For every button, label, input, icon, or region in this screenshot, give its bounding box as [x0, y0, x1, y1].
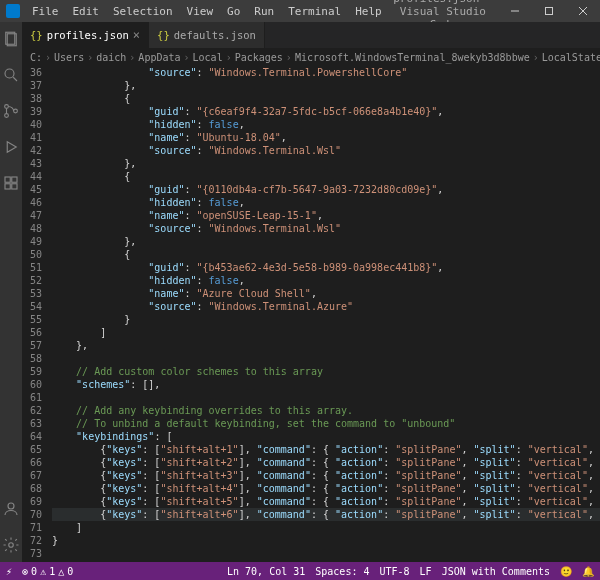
json-file-icon: {} [30, 29, 43, 41]
svg-point-16 [8, 503, 14, 509]
status-bar: ⚡ ⊗ 0 ⚠ 1 △ 0 Ln 70, Col 31 Spaces: 4 UT… [0, 562, 600, 580]
feedback-icon[interactable]: 🙂 [560, 566, 572, 577]
chevron-right-icon: › [533, 52, 539, 63]
svg-rect-15 [12, 184, 17, 189]
search-icon[interactable] [0, 64, 22, 86]
chevron-right-icon: › [129, 52, 135, 63]
chevron-right-icon: › [45, 52, 51, 63]
svg-rect-1 [546, 8, 553, 15]
svg-point-9 [5, 114, 9, 118]
source-control-icon[interactable] [0, 100, 22, 122]
svg-rect-12 [5, 177, 10, 182]
json-file-icon: {} [157, 29, 170, 41]
svg-rect-13 [12, 177, 17, 182]
tab-label: profiles.json [47, 29, 129, 41]
minimize-button[interactable] [498, 0, 532, 22]
language-mode[interactable]: JSON with Comments [442, 566, 550, 577]
code-editor[interactable]: 3637383940414243444546474849505152535455… [22, 66, 600, 562]
editor-tabs: {} profiles.json × {} defaults.json ▫▫ ⋯ [22, 22, 600, 48]
svg-point-17 [9, 543, 14, 548]
svg-point-6 [5, 69, 14, 78]
close-tab-icon[interactable]: × [133, 28, 140, 42]
editor-area: {} profiles.json × {} defaults.json ▫▫ ⋯… [22, 22, 600, 562]
tab-label: defaults.json [174, 29, 256, 41]
title-bar: File Edit Selection View Go Run Terminal… [0, 0, 600, 22]
problems-indicator[interactable]: ⊗ 0 ⚠ 1 △ 0 [22, 566, 73, 577]
maximize-button[interactable] [532, 0, 566, 22]
line-numbers: 3637383940414243444546474849505152535455… [22, 66, 52, 562]
activity-bar [0, 22, 22, 562]
menu-help[interactable]: Help [349, 3, 388, 20]
breadcrumb-segment[interactable]: C: [30, 52, 42, 63]
indentation[interactable]: Spaces: 4 [315, 566, 369, 577]
menu-edit[interactable]: Edit [67, 3, 106, 20]
window-controls [498, 0, 600, 22]
run-debug-icon[interactable] [0, 136, 22, 158]
remote-indicator[interactable]: ⚡ [6, 566, 12, 577]
eol[interactable]: LF [420, 566, 432, 577]
chevron-right-icon: › [184, 52, 190, 63]
breadcrumb-segment[interactable]: Packages [235, 52, 283, 63]
menu-run[interactable]: Run [248, 3, 280, 20]
menu-selection[interactable]: Selection [107, 3, 179, 20]
chevron-right-icon: › [286, 52, 292, 63]
explorer-icon[interactable] [0, 28, 22, 50]
svg-point-8 [5, 105, 9, 109]
encoding[interactable]: UTF-8 [379, 566, 409, 577]
breadcrumb-segment[interactable]: daich [96, 52, 126, 63]
menu-terminal[interactable]: Terminal [282, 3, 347, 20]
notifications-icon[interactable]: 🔔 [582, 566, 594, 577]
menu-go[interactable]: Go [221, 3, 246, 20]
accounts-icon[interactable] [0, 498, 22, 520]
main-area: {} profiles.json × {} defaults.json ▫▫ ⋯… [0, 22, 600, 562]
code-content[interactable]: "source": "Windows.Terminal.PowershellCo… [52, 66, 600, 562]
svg-marker-11 [7, 142, 16, 153]
extensions-icon[interactable] [0, 172, 22, 194]
menu-view[interactable]: View [181, 3, 220, 20]
breadcrumb[interactable]: C: › Users › daich › AppData › Local › P… [22, 48, 600, 66]
breadcrumb-segment[interactable]: Local [193, 52, 223, 63]
breadcrumb-segment[interactable]: Users [54, 52, 84, 63]
chevron-right-icon: › [226, 52, 232, 63]
svg-line-7 [13, 77, 17, 81]
vscode-logo-icon [6, 4, 20, 18]
tab-defaults[interactable]: {} defaults.json [149, 22, 265, 48]
breadcrumb-segment[interactable]: LocalState [542, 52, 600, 63]
chevron-right-icon: › [87, 52, 93, 63]
settings-gear-icon[interactable] [0, 534, 22, 556]
close-button[interactable] [566, 0, 600, 22]
menu-file[interactable]: File [26, 3, 65, 20]
breadcrumb-segment[interactable]: Microsoft.WindowsTerminal_8wekyb3d8bbwe [295, 52, 530, 63]
breadcrumb-segment[interactable]: AppData [138, 52, 180, 63]
cursor-position[interactable]: Ln 70, Col 31 [227, 566, 305, 577]
svg-rect-14 [5, 184, 10, 189]
menu-bar: File Edit Selection View Go Run Terminal… [6, 3, 388, 20]
tab-profiles[interactable]: {} profiles.json × [22, 22, 149, 48]
